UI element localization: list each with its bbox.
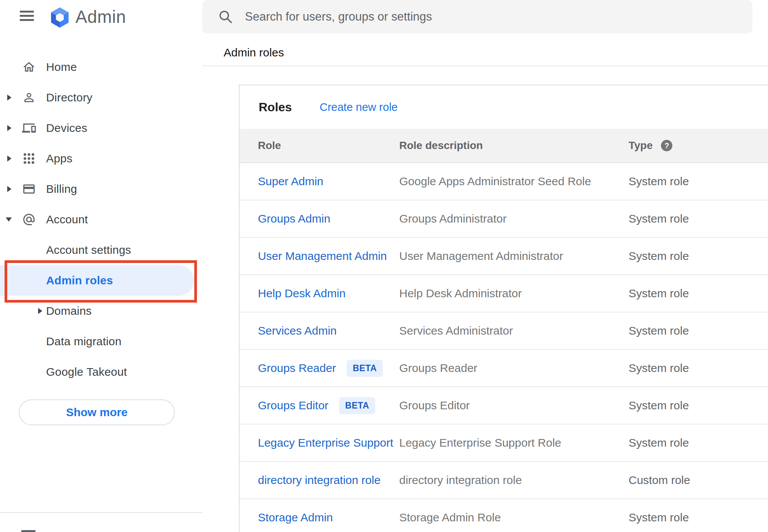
role-description: Help Desk Administrator [399,287,629,300]
table-row: Groups Editor BETA Groups Editor System … [240,387,768,425]
role-type: System role [629,175,768,188]
role-description: directory integration role [399,474,629,487]
expand-right-icon[interactable] [7,186,11,192]
role-description: User Management Administrator [399,250,629,263]
expand-right-icon[interactable] [7,155,11,162]
table-row: User Management Admin User Management Ad… [240,238,768,275]
column-header-type: Type ? [629,139,768,152]
sidebar-item-domains[interactable]: Domains [0,296,202,326]
roles-table: Super Admin Google Apps Administrator Se… [240,163,768,532]
expand-down-icon[interactable] [6,218,12,222]
beta-badge: BETA [347,360,383,377]
role-link[interactable]: Services Admin [258,324,337,337]
role-description: Groups Reader [399,362,629,375]
credit-card-icon [22,182,36,196]
app-title: Admin [75,7,126,27]
card-title: Roles [259,100,292,114]
search-input[interactable] [245,0,721,34]
search-icon [218,9,233,24]
role-type: System role [629,287,768,300]
role-link[interactable]: User Management Admin [258,250,387,263]
role-description: Services Administrator [399,324,629,337]
content-divider [202,66,768,66]
beta-badge: BETA [339,397,375,414]
expand-right-icon[interactable] [7,95,11,101]
role-link[interactable]: Super Admin [258,175,323,188]
role-type: System role [629,250,768,263]
role-description: Groups Administrator [399,212,629,225]
at-email-icon [22,213,36,226]
role-type: System role [629,324,768,337]
role-type: System role [629,511,768,524]
search-bar[interactable] [202,0,752,34]
role-link[interactable]: Storage Admin [258,511,333,524]
role-link[interactable]: Legacy Enterprise Support [258,436,393,449]
role-type: Custom role [629,474,768,487]
expand-right-icon[interactable] [7,125,11,131]
role-description: Groups Editor [399,399,629,412]
role-link[interactable]: directory integration role [258,474,381,487]
breadcrumb: Admin roles [224,46,284,59]
table-header-row: Role Role description Type ? [240,129,768,163]
sidebar-item-data-migration[interactable]: Data migration [0,326,202,357]
sidebar-item-account-settings[interactable]: Account settings [0,235,202,265]
role-description: Legacy Enterprise Support Role [399,436,629,449]
help-icon[interactable]: ? [661,140,672,151]
role-link[interactable]: Groups Editor [258,399,328,412]
sidebar-item-devices[interactable]: Devices [0,113,202,143]
sidebar-item-billing[interactable]: Billing [0,174,202,204]
building-icon-partial [21,530,35,532]
create-new-role-link[interactable]: Create new role [320,101,398,114]
column-header-role: Role [258,139,399,152]
sidebar-divider [0,512,202,513]
role-type: System role [629,399,768,412]
table-row: Super Admin Google Apps Administrator Se… [240,163,768,200]
sidebar-item-admin-roles[interactable]: Admin roles [0,265,194,296]
expand-right-icon[interactable] [38,308,42,314]
table-row: directory integration role directory int… [240,462,768,499]
table-row: Storage Admin Storage Admin Role System … [240,499,768,532]
card-header: Roles Create new role [240,85,768,129]
table-row: Groups Admin Groups Administrator System… [240,200,768,238]
role-link[interactable]: Groups Reader [258,362,336,375]
show-more-button[interactable]: Show more [19,399,175,425]
home-icon [22,60,36,74]
role-type: System role [629,436,768,449]
table-row: Groups Reader BETA Groups Reader System … [240,350,768,387]
role-type: System role [629,362,768,375]
person-icon [22,91,36,104]
sidebar-item-directory[interactable]: Directory [0,82,202,113]
admin-logo [49,6,71,29]
column-header-role-description: Role description [399,139,629,152]
apps-grid-icon [22,152,36,165]
role-description: Storage Admin Role [399,511,629,524]
menu-icon[interactable] [20,11,34,21]
role-link[interactable]: Groups Admin [258,212,330,225]
role-type: System role [629,212,768,225]
devices-icon [22,121,36,135]
sidebar-item-apps[interactable]: Apps [0,143,202,174]
table-row: Legacy Enterprise Support Legacy Enterpr… [240,425,768,462]
roles-card: Roles Create new role Role Role descript… [239,85,768,532]
role-description: Google Apps Administrator Seed Role [399,175,629,188]
table-row: Services Admin Services Administrator Sy… [240,312,768,350]
sidebar: Home Directory Devices Apps Billing [0,52,202,387]
sidebar-item-account[interactable]: Account [0,204,202,235]
role-link[interactable]: Help Desk Admin [258,287,346,300]
sidebar-item-google-takeout[interactable]: Google Takeout [0,357,202,387]
table-row: Help Desk Admin Help Desk Administrator … [240,275,768,312]
sidebar-item-home[interactable]: Home [0,52,202,82]
